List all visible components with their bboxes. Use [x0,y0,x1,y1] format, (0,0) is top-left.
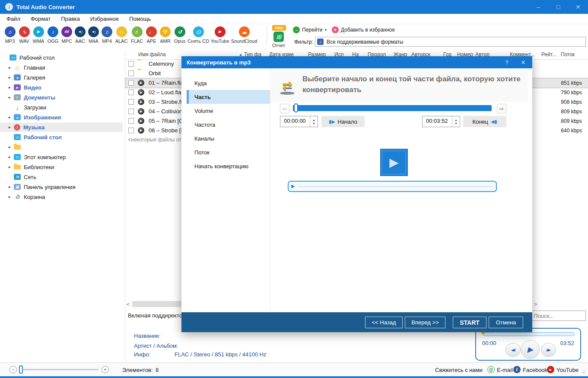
report-icon[interactable]: ⊞ [273,32,284,42]
menu-file[interactable]: Файл [6,16,20,22]
format-aac-button[interactable]: ◄)AAC [73,26,87,44]
soundcloud-button[interactable]: ☁SoundCloud [230,26,258,44]
dialog-nav-bitrate[interactable]: Поток [181,145,270,159]
zoom-slider-handle[interactable] [19,365,23,374]
add-favorite-button[interactable]: ♥ Добавить в избранное [332,26,395,33]
player-progress-track[interactable] [483,332,575,336]
end-time-input[interactable] [425,117,451,125]
tree-item-music[interactable]: ▸ ♪ Музыка [0,122,123,132]
scroll-right-arrow[interactable]: > [534,301,537,308]
dialog-nav-start-conversion[interactable]: Начать конвертацию [181,159,270,173]
format-wav-button[interactable]: ∿WAV [17,26,31,44]
expand-arrow-icon[interactable]: ▸ [9,195,14,199]
close-button[interactable]: ✕ [568,0,588,14]
report-button-label[interactable]: Отчет [269,43,289,48]
set-end-button[interactable]: Конец ◀▮ [463,116,506,127]
tree-item-downloads[interactable]: ↓ Загрузки [0,103,123,112]
youtube-button[interactable]: ▶YouTube [210,26,230,44]
facebook-icon[interactable]: f [513,366,521,373]
row-checkbox[interactable] [128,118,134,124]
expand-arrow-icon[interactable]: ▸ [9,165,14,169]
tree-item-this-pc[interactable]: ▸ ▭ Этот компьютер [0,152,123,162]
expand-arrow-icon[interactable]: ▸ [9,155,14,159]
tree-item-video[interactable]: ▸ ▶ Видео [0,83,123,92]
set-begin-button[interactable]: ▮▶ Начало [321,116,365,127]
dialog-nav-channels[interactable]: Каналы [181,131,270,145]
format-wma-button[interactable]: ▶WMA [31,26,46,44]
expand-arrow-icon[interactable]: ▸ [9,65,14,70]
zoom-in-button[interactable]: + [102,366,109,373]
row-checkbox[interactable] [128,61,134,67]
row-checkbox[interactable] [128,99,134,105]
scroll-left-arrow[interactable]: < [127,301,130,308]
cancel-button[interactable]: Отмена [489,317,523,328]
maximize-button[interactable]: □ [548,0,568,14]
dialog-close-button[interactable]: ✕ [517,56,530,68]
tree-item-documents[interactable]: ▸ ≡ Документы [0,93,123,102]
expand-arrow-icon[interactable]: ▸ [9,95,14,99]
menu-edit[interactable]: Правка [61,16,80,22]
format-m4a-button[interactable]: ◄)M4A [87,26,100,44]
expand-arrow-icon[interactable]: ▸ [9,145,14,149]
format-opus-button[interactable]: ↺Opus [172,26,187,44]
tree-item-pictures[interactable]: ▸ ▴ Изображения [0,112,123,122]
go-button[interactable]: → Перейти ▾ [293,26,327,33]
dialog-nav-frequency[interactable]: Частота [181,118,270,131]
tree-item-folder[interactable]: ▸ [0,142,123,152]
rip-cd-button[interactable]: ⊙Снять CD [187,26,210,44]
spin-up-icon[interactable]: ▲ [312,119,315,122]
range-step-right-button[interactable]: ⇨ [497,104,506,113]
email-link[interactable]: E-mail [497,367,513,373]
horizontal-scrollbar-thumb[interactable] [132,301,183,307]
minimize-button[interactable]: – [528,0,548,14]
range-slider-handle[interactable] [294,103,298,112]
range-slider-track[interactable] [293,105,492,111]
back-button[interactable]: << Назад [365,317,403,328]
tree-item-network[interactable]: ⇆ Сеть [0,172,123,182]
format-ape-button[interactable]: ♩APE [145,26,158,44]
preview-play-button[interactable]: ▶ [380,149,408,176]
column-stream[interactable]: Поток [561,51,575,58]
rewind-button[interactable]: ◀◀ [505,343,521,357]
row-checkbox[interactable] [128,128,134,133]
format-mp3-button[interactable]: ♫MP3 [3,26,17,44]
dialog-help-button[interactable]: ? [500,56,513,68]
facebook-link[interactable]: Facebook [523,367,547,373]
youtube-icon[interactable]: ▶ [547,366,554,373]
forward-button[interactable]: ▶▶ [541,343,556,357]
start-time-input[interactable] [283,117,309,125]
expand-arrow-icon[interactable]: ▸ [9,115,14,119]
dialog-nav-destination[interactable]: Куда [181,76,270,90]
search-input[interactable] [531,311,585,320]
spin-up-icon[interactable]: ▲ [455,119,458,122]
column-name[interactable]: Имя файла [138,51,166,58]
resize-grip[interactable] [580,369,585,374]
row-checkbox[interactable] [128,109,134,114]
row-checkbox[interactable] [128,90,134,95]
tree-item-gallery[interactable]: ▸ ▴ Галерея [0,73,123,82]
tree-item-desktop-sub[interactable]: ▭ Рабочий стол [0,132,123,142]
forward-button[interactable]: Вперед >> [405,317,445,328]
menu-format[interactable]: Формат [31,16,51,22]
filter-input[interactable] [326,38,585,45]
expand-arrow-icon[interactable]: ▸ [9,185,14,189]
format-mpc-button[interactable]: ılılMPC [60,26,73,44]
row-checkbox[interactable] [128,80,134,86]
start-button[interactable]: START [453,317,486,328]
expand-arrow-icon[interactable]: ▸ [9,75,14,80]
tree-item-desktop-root[interactable]: ▭ Рабочий стол [0,53,123,62]
menu-help[interactable]: Помощь [129,16,151,22]
format-mp4-button[interactable]: ♫MP4 [100,26,114,44]
expand-arrow-icon[interactable]: ▸ [9,85,14,90]
tree-item-control-panel[interactable]: ▸ ▦ Панель управления [0,182,123,192]
play-button[interactable]: ▶ [521,340,540,359]
zoom-slider-track[interactable] [21,369,99,370]
spin-down-icon[interactable]: ▼ [455,122,458,125]
include-subdirs-label[interactable]: Включая поддиректор [128,312,185,319]
preview-progress-bar[interactable]: ▶ [288,181,497,192]
format-alac-button[interactable]: ∩ALAC [114,26,129,44]
dialog-nav-part[interactable]: Часть [187,90,270,104]
column-rating[interactable]: Рейт... [541,51,556,58]
menu-favorites[interactable]: Избранное [90,16,119,22]
format-flac-button[interactable]: ♬FLAC [129,26,145,44]
